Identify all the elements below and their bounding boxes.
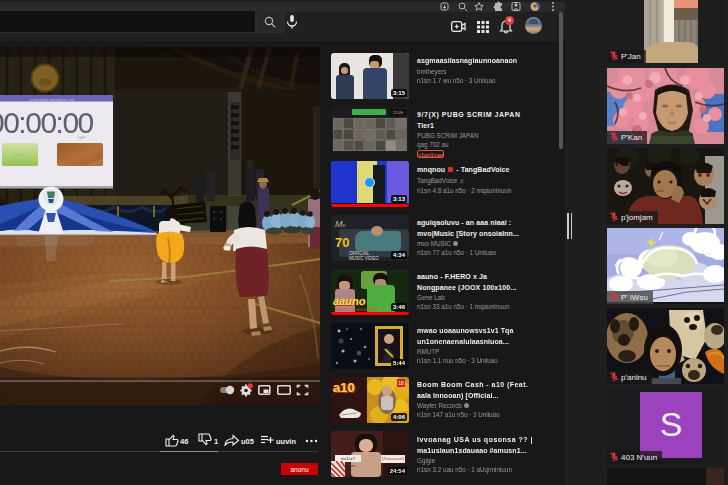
svg-text:LAP: LAP	[78, 135, 86, 140]
svg-text:u05: u05	[241, 437, 254, 446]
svg-text:uuvin: uuvin	[276, 437, 296, 446]
svg-text:www.online-stopwatch.com: www.online-stopwatch.com	[30, 98, 73, 102]
svg-text:1: 1	[214, 437, 218, 446]
svg-text:Start: Start	[14, 152, 27, 158]
svg-text:46: 46	[180, 437, 188, 446]
